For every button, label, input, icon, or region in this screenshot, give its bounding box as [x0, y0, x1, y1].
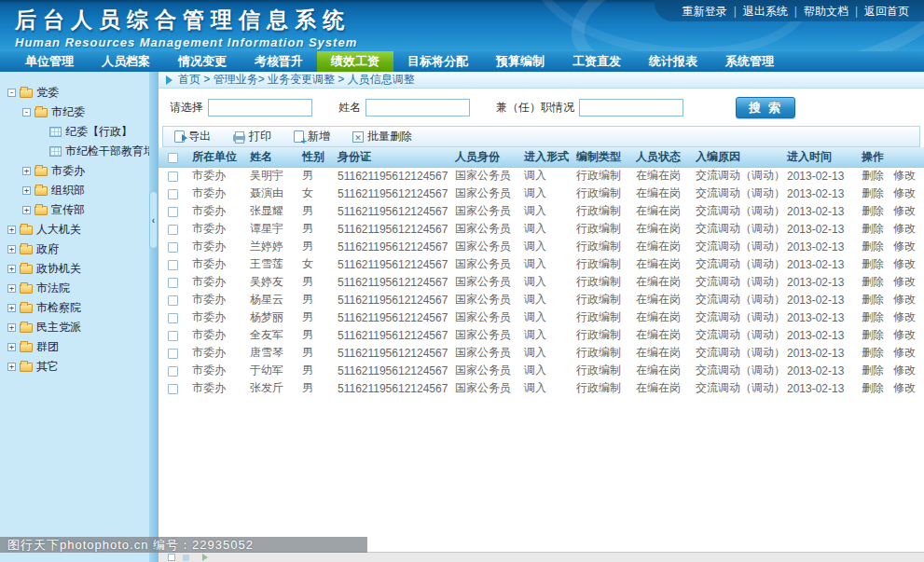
- table-cell: 男: [297, 202, 332, 220]
- tree-item[interactable]: +政府: [0, 240, 149, 259]
- toolbar-print-button[interactable]: 打印: [233, 129, 271, 144]
- delete-link[interactable]: 删除: [862, 186, 884, 199]
- tree-item[interactable]: +市委办: [0, 161, 149, 181]
- pagination-icon[interactable]: [183, 555, 189, 561]
- delete-link[interactable]: 删除: [862, 169, 884, 182]
- edit-link[interactable]: 修改: [893, 275, 916, 288]
- edit-link[interactable]: 修改: [893, 328, 916, 341]
- table-cell: 交流调动（调动）: [690, 273, 781, 291]
- tree-item[interactable]: -党委: [0, 83, 149, 103]
- tree-item[interactable]: +群团: [0, 337, 149, 357]
- edit-link[interactable]: 修改: [893, 257, 916, 270]
- table-row: 市委办张发斤男511621195612124567国家公务员调入行政编制在编在岗…: [159, 379, 924, 397]
- header-link[interactable]: 退出系统: [743, 5, 788, 18]
- tree-item[interactable]: 纪委【行政】: [0, 122, 149, 142]
- delete-link[interactable]: 删除: [862, 346, 884, 359]
- menu-tab[interactable]: 情况变更: [164, 51, 241, 72]
- header-link[interactable]: 返回首页: [864, 5, 909, 18]
- row-checkbox[interactable]: [168, 225, 178, 235]
- menu-tab[interactable]: 工资直发: [559, 51, 635, 72]
- delete-link[interactable]: 删除: [862, 363, 884, 377]
- sidebar-collapse-button[interactable]: ‹: [149, 191, 158, 249]
- row-checkbox[interactable]: [168, 295, 178, 306]
- delete-link[interactable]: 删除: [862, 240, 884, 253]
- table-cell: 在编在岗: [630, 326, 690, 344]
- row-checkbox[interactable]: [168, 349, 178, 359]
- toolbar-button-label: 批量删除: [367, 129, 412, 144]
- tree-expander-icon[interactable]: +: [7, 245, 16, 254]
- edit-link[interactable]: 修改: [893, 240, 916, 253]
- tree-expander-icon[interactable]: +: [7, 284, 16, 293]
- next-page-icon[interactable]: [202, 554, 208, 561]
- edit-link[interactable]: 修改: [893, 186, 916, 199]
- edit-link[interactable]: 修改: [893, 169, 916, 182]
- tree-expander-icon[interactable]: -: [22, 108, 31, 117]
- edit-link[interactable]: 修改: [893, 222, 916, 235]
- tree-expander-icon[interactable]: +: [7, 363, 16, 371]
- tree-item[interactable]: +人大机关: [0, 220, 149, 240]
- delete-link[interactable]: 删除: [862, 293, 884, 306]
- tree-item[interactable]: 市纪检干部教育培训中心: [0, 142, 149, 161]
- header-link[interactable]: 帮助文档: [804, 5, 848, 18]
- edit-link[interactable]: 修改: [893, 293, 916, 306]
- menu-tab[interactable]: 考核晋升: [241, 51, 317, 72]
- table-cell: 杨星云: [244, 291, 297, 308]
- tree-expander-icon[interactable]: +: [22, 167, 31, 175]
- tree-item[interactable]: +市检察院: [0, 298, 149, 318]
- tree-expander-icon[interactable]: +: [7, 343, 16, 351]
- select-all-checkbox[interactable]: [168, 153, 178, 163]
- menu-tab[interactable]: 绩效工资: [317, 51, 393, 72]
- menu-tab[interactable]: 人员档案: [88, 51, 164, 72]
- delete-link[interactable]: 删除: [862, 310, 884, 323]
- filter-select-input[interactable]: [208, 99, 312, 117]
- delete-link[interactable]: 删除: [862, 381, 884, 394]
- header-link[interactable]: 重新登录: [683, 5, 727, 18]
- row-checkbox[interactable]: [168, 366, 178, 377]
- select-all-checkbox[interactable]: [168, 554, 175, 561]
- delete-link[interactable]: 删除: [862, 275, 884, 288]
- tree-item[interactable]: -市纪委: [0, 103, 149, 122]
- menu-tab[interactable]: 预算编制: [482, 51, 559, 72]
- delete-link[interactable]: 删除: [862, 328, 884, 341]
- edit-link[interactable]: 修改: [893, 310, 916, 323]
- tree-expander-icon[interactable]: +: [7, 323, 16, 332]
- tree-item[interactable]: +组织部: [0, 181, 149, 200]
- row-checkbox[interactable]: [168, 171, 178, 182]
- tree-expander-icon[interactable]: +: [22, 206, 31, 214]
- tree-item[interactable]: +政协机关: [0, 259, 149, 279]
- tree-item[interactable]: +宣传部: [0, 200, 149, 220]
- tree-expander-icon[interactable]: +: [7, 265, 16, 273]
- menu-tab[interactable]: 统计报表: [635, 51, 711, 72]
- edit-link[interactable]: 修改: [893, 381, 916, 394]
- tree-expander-icon[interactable]: +: [7, 304, 16, 312]
- toolbar-export-button[interactable]: 导出: [174, 129, 211, 144]
- row-checkbox[interactable]: [168, 384, 178, 394]
- row-checkbox[interactable]: [168, 242, 178, 253]
- menu-tab[interactable]: 目标将分配: [393, 51, 482, 72]
- name-input[interactable]: [365, 99, 470, 117]
- toolbar-batch-delete-button[interactable]: ✕批量删除: [352, 129, 412, 144]
- menu-tab[interactable]: 单位管理: [11, 51, 88, 72]
- search-button[interactable]: 搜 索: [736, 97, 795, 118]
- delete-link[interactable]: 删除: [862, 204, 884, 217]
- delete-link[interactable]: 删除: [862, 257, 884, 270]
- menu-tab[interactable]: 系统管理: [711, 51, 788, 72]
- tree-expander-icon[interactable]: +: [7, 226, 16, 234]
- edit-link[interactable]: 修改: [893, 363, 916, 377]
- tree-item[interactable]: +其它: [0, 357, 149, 377]
- tree-expander-icon[interactable]: +: [22, 186, 31, 195]
- row-checkbox[interactable]: [168, 260, 178, 270]
- row-checkbox[interactable]: [168, 331, 178, 341]
- row-checkbox[interactable]: [168, 189, 178, 199]
- row-checkbox[interactable]: [168, 207, 178, 217]
- delete-link[interactable]: 删除: [862, 222, 884, 235]
- concurrent-post-input[interactable]: [579, 99, 683, 117]
- tree-expander-icon[interactable]: -: [7, 89, 16, 97]
- row-checkbox[interactable]: [168, 313, 178, 323]
- row-checkbox[interactable]: [168, 278, 178, 288]
- tree-item[interactable]: +市法院: [0, 279, 149, 298]
- toolbar-add-button[interactable]: 新增: [294, 129, 330, 144]
- edit-link[interactable]: 修改: [893, 346, 916, 359]
- edit-link[interactable]: 修改: [893, 204, 916, 217]
- tree-item[interactable]: +民主党派: [0, 318, 149, 337]
